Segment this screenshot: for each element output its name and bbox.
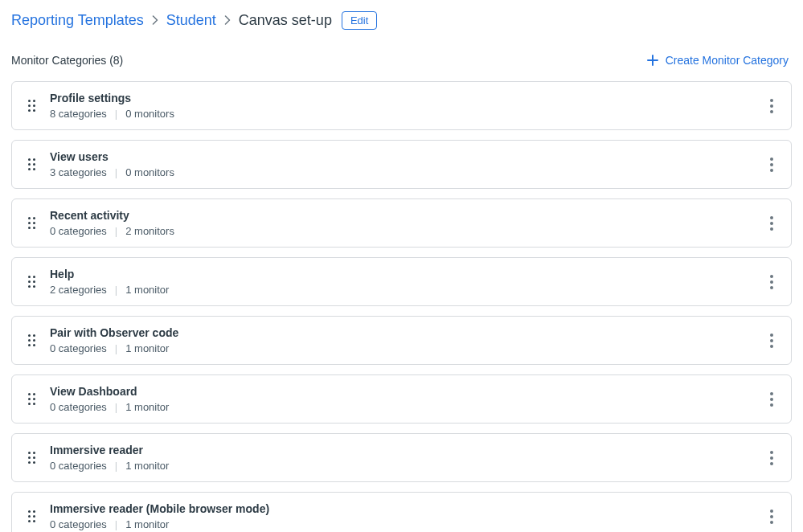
drag-handle-icon[interactable] <box>23 388 40 410</box>
card-content: Recent activity0 categories|2 monitors <box>50 209 765 237</box>
category-meta: 0 categories|1 monitor <box>50 518 765 530</box>
categories-count: 0 categories <box>50 225 107 237</box>
card-content: View Dashboard0 categories|1 monitor <box>50 385 765 413</box>
meta-separator: | <box>115 284 117 296</box>
drag-handle-icon[interactable] <box>23 505 40 527</box>
more-options-button[interactable] <box>765 153 778 177</box>
drag-handle-icon[interactable] <box>23 271 40 293</box>
more-options-button[interactable] <box>765 270 778 294</box>
card-content: View users3 categories|0 monitors <box>50 150 765 178</box>
categories-count: 8 categories <box>50 108 107 120</box>
category-meta: 3 categories|0 monitors <box>50 166 765 178</box>
category-list: Profile settings8 categories|0 monitorsV… <box>11 81 792 532</box>
categories-count: 0 categories <box>50 342 107 354</box>
more-options-button[interactable] <box>765 446 778 470</box>
breadcrumb-current: Canvas set-up <box>239 12 332 29</box>
drag-handle-icon[interactable] <box>23 153 40 175</box>
chevron-right-icon <box>152 14 158 28</box>
monitors-count: 2 monitors <box>125 225 174 237</box>
category-title: Help <box>50 268 765 280</box>
drag-handle-icon[interactable] <box>23 212 40 234</box>
section-title: Monitor Categories (8) <box>11 54 123 67</box>
plus-icon <box>646 54 659 67</box>
card-content: Pair with Observer code0 categories|1 mo… <box>50 326 765 354</box>
card-content: Immersive reader0 categories|1 monitor <box>50 444 765 472</box>
breadcrumb-link-student[interactable]: Student <box>166 12 216 29</box>
breadcrumb-link-reporting-templates[interactable]: Reporting Templates <box>11 12 144 29</box>
category-meta: 0 categories|1 monitor <box>50 401 765 413</box>
categories-count: 0 categories <box>50 518 107 530</box>
card-content: Immersive reader (Mobile browser mode)0 … <box>50 502 765 530</box>
card-content: Help2 categories|1 monitor <box>50 268 765 296</box>
meta-separator: | <box>115 342 117 354</box>
edit-button[interactable]: Edit <box>342 11 377 30</box>
monitors-count: 1 monitor <box>125 342 169 354</box>
chevron-right-icon <box>224 14 231 28</box>
categories-count: 3 categories <box>50 166 107 178</box>
drag-handle-icon[interactable] <box>23 95 40 117</box>
category-card[interactable]: Immersive reader0 categories|1 monitor <box>11 433 792 482</box>
monitors-count: 0 monitors <box>125 166 174 178</box>
monitors-count: 1 monitor <box>125 460 169 472</box>
breadcrumb: Reporting Templates Student Canvas set-u… <box>11 11 792 30</box>
monitors-count: 1 monitor <box>125 518 169 530</box>
meta-separator: | <box>115 518 117 530</box>
meta-separator: | <box>115 166 117 178</box>
category-meta: 0 categories|1 monitor <box>50 342 765 354</box>
category-card[interactable]: Profile settings8 categories|0 monitors <box>11 81 792 130</box>
category-title: View users <box>50 150 765 163</box>
drag-handle-icon[interactable] <box>23 329 40 351</box>
category-card[interactable]: Help2 categories|1 monitor <box>11 257 792 306</box>
more-options-button[interactable] <box>765 387 778 411</box>
more-options-button[interactable] <box>765 329 778 353</box>
meta-separator: | <box>115 401 117 413</box>
categories-count: 0 categories <box>50 460 107 472</box>
category-meta: 8 categories|0 monitors <box>50 108 765 120</box>
more-options-button[interactable] <box>765 211 778 235</box>
more-options-button[interactable] <box>765 94 778 118</box>
category-meta: 2 categories|1 monitor <box>50 284 765 296</box>
category-title: Immersive reader <box>50 444 765 456</box>
category-title: Immersive reader (Mobile browser mode) <box>50 502 765 515</box>
monitors-count: 0 monitors <box>125 108 174 120</box>
category-card[interactable]: Pair with Observer code0 categories|1 mo… <box>11 316 792 365</box>
category-meta: 0 categories|1 monitor <box>50 460 765 472</box>
drag-handle-icon[interactable] <box>23 447 40 469</box>
category-title: Profile settings <box>50 92 765 104</box>
create-monitor-category-button[interactable]: Create Monitor Category <box>643 49 792 72</box>
monitors-count: 1 monitor <box>125 284 169 296</box>
meta-separator: | <box>115 225 117 237</box>
category-meta: 0 categories|2 monitors <box>50 225 765 237</box>
categories-count: 0 categories <box>50 401 107 413</box>
meta-separator: | <box>115 460 117 472</box>
create-button-label: Create Monitor Category <box>666 54 789 67</box>
category-card[interactable]: Immersive reader (Mobile browser mode)0 … <box>11 492 792 532</box>
more-options-button[interactable] <box>765 505 778 529</box>
category-title: View Dashboard <box>50 385 765 398</box>
category-card[interactable]: View users3 categories|0 monitors <box>11 140 792 189</box>
meta-separator: | <box>115 108 117 120</box>
categories-count: 2 categories <box>50 284 107 296</box>
section-header: Monitor Categories (8) Create Monitor Ca… <box>11 49 792 72</box>
card-content: Profile settings8 categories|0 monitors <box>50 92 765 120</box>
category-card[interactable]: View Dashboard0 categories|1 monitor <box>11 374 792 424</box>
category-title: Pair with Observer code <box>50 326 765 339</box>
category-card[interactable]: Recent activity0 categories|2 monitors <box>11 198 792 248</box>
category-title: Recent activity <box>50 209 765 222</box>
monitors-count: 1 monitor <box>125 401 169 413</box>
